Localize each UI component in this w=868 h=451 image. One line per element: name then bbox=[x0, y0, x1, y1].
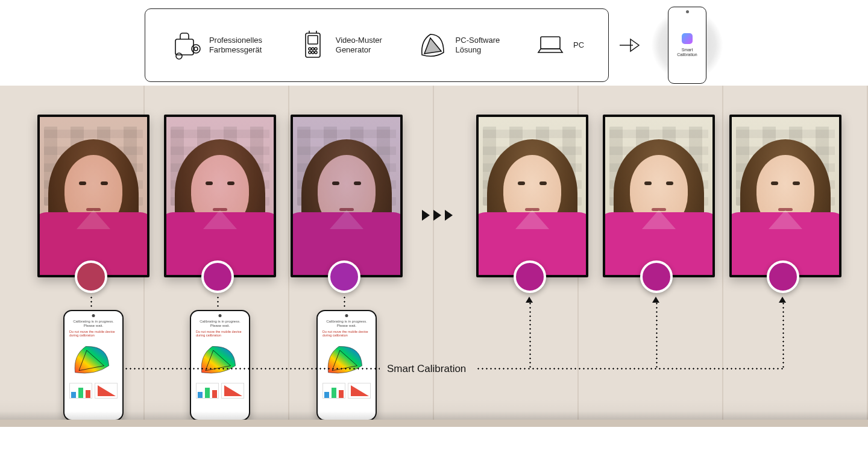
connector bbox=[90, 295, 92, 309]
equip-pc: PC bbox=[533, 28, 584, 62]
gamut-chart-icon bbox=[69, 339, 118, 380]
connector-bus-right bbox=[476, 368, 784, 370]
phone-app-highlight: Smart Calibration bbox=[651, 9, 723, 81]
colorimeter-icon bbox=[169, 28, 203, 62]
equip-pcsoft: PC-Software Lösung bbox=[416, 28, 500, 62]
equipment-box: Professionelles Farbmessgerät Video-Must… bbox=[145, 8, 609, 82]
svg-rect-12 bbox=[541, 37, 560, 49]
svg-point-8 bbox=[315, 48, 317, 50]
svg-point-1 bbox=[176, 53, 182, 59]
svg-point-3 bbox=[194, 47, 198, 51]
display-before-1 bbox=[37, 115, 149, 277]
calibration-phone-2: Calibrating is in progress. Please wait.… bbox=[190, 310, 250, 421]
equip-pc-label: PC bbox=[573, 40, 584, 50]
laptop-icon bbox=[533, 28, 567, 62]
comparison-stage: Calibrating is in progress. Please wait.… bbox=[0, 86, 868, 427]
svg-rect-5 bbox=[308, 36, 318, 44]
swatch-before-2 bbox=[201, 260, 234, 293]
arrow-up-icon bbox=[652, 297, 659, 303]
svg-rect-0 bbox=[175, 39, 193, 55]
connector bbox=[782, 301, 784, 368]
equip-colorimeter: Professionelles Farbmessgerät bbox=[169, 28, 262, 62]
equip-colorimeter-label: Professionelles Farbmessgerät bbox=[209, 36, 262, 55]
equip-patterngen: Video-Muster Generator bbox=[296, 28, 382, 62]
display-before-3 bbox=[291, 115, 403, 277]
svg-point-9 bbox=[309, 51, 311, 54]
connector-bus-left bbox=[124, 368, 380, 370]
connector bbox=[217, 295, 219, 309]
display-after-1 bbox=[476, 115, 588, 277]
play-triangle-icon bbox=[422, 210, 430, 221]
equipment-strip: Professionelles Farbmessgerät Video-Must… bbox=[0, 0, 868, 86]
equip-pcsoft-label: PC-Software Lösung bbox=[456, 36, 500, 55]
swatch-before-1 bbox=[75, 260, 107, 293]
arrow-right-icon bbox=[617, 33, 643, 58]
svg-point-11 bbox=[315, 51, 317, 54]
calibration-phone-1: Calibrating is in progress. Please wait.… bbox=[63, 310, 124, 421]
display-after-2 bbox=[603, 115, 715, 277]
equip-patterngen-label: Video-Muster Generator bbox=[336, 36, 382, 55]
display-before-2 bbox=[164, 115, 276, 277]
swatch-after-2 bbox=[640, 260, 673, 293]
svg-point-7 bbox=[312, 48, 314, 50]
transition-arrows bbox=[422, 210, 453, 221]
gamut-triangle-icon bbox=[416, 28, 450, 62]
arrow-up-icon bbox=[779, 297, 786, 303]
svg-point-6 bbox=[309, 48, 311, 50]
phone-status: Calibrating is in progress. Please wait. bbox=[69, 320, 118, 327]
swatch-after-3 bbox=[767, 260, 799, 293]
connector bbox=[656, 301, 658, 368]
arrow-up-icon bbox=[526, 297, 533, 303]
calibration-phone-3: Calibrating is in progress. Please wait.… bbox=[316, 310, 377, 421]
display-after-3 bbox=[729, 115, 841, 277]
phone-warning: Do not move the mobile device during cal… bbox=[69, 330, 118, 337]
svg-point-2 bbox=[192, 45, 200, 53]
mini-bar-chart-icon bbox=[69, 383, 92, 399]
play-triangle-icon bbox=[445, 210, 453, 221]
mini-tri-chart-icon bbox=[95, 383, 118, 399]
phone-mock-small: Smart Calibration bbox=[668, 7, 706, 84]
app-logo-icon bbox=[682, 33, 693, 44]
connector bbox=[529, 301, 531, 368]
swatch-before-3 bbox=[328, 260, 360, 293]
swatch-after-1 bbox=[514, 260, 546, 293]
svg-point-10 bbox=[312, 51, 314, 54]
play-triangle-icon bbox=[433, 210, 441, 221]
caption-smart-calibration: Smart Calibration bbox=[383, 363, 470, 375]
patterngen-icon bbox=[296, 28, 330, 62]
connector bbox=[344, 295, 345, 309]
app-name-label: Smart Calibration bbox=[677, 48, 697, 57]
